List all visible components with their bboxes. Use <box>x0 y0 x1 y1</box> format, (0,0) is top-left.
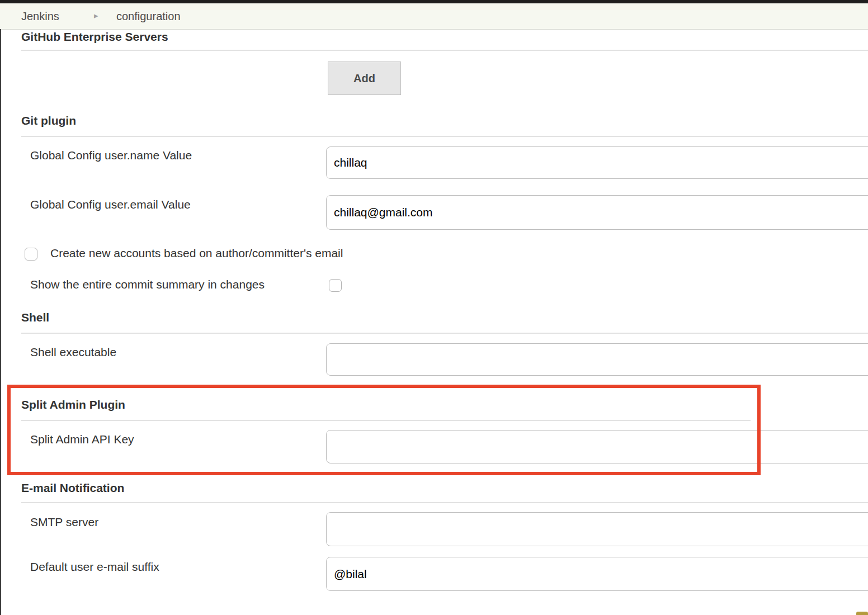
label-smtp-server: SMTP server <box>30 515 98 529</box>
label-shell-executable: Shell executable <box>30 346 116 359</box>
section-title-email-notification: E-mail Notification <box>21 481 124 495</box>
show-commit-summary-checkbox[interactable] <box>329 279 342 292</box>
label-split-admin-api-key: Split Admin API Key <box>30 433 134 446</box>
breadcrumb-item-jenkins[interactable]: Jenkins <box>21 3 59 29</box>
add-github-server-button[interactable]: Add <box>328 62 401 95</box>
smtp-server-input[interactable] <box>326 512 868 546</box>
clipped-gold-icon <box>856 612 868 615</box>
label-show-commit-summary: Show the entire commit summary in change… <box>30 278 265 291</box>
section-divider <box>21 502 868 503</box>
split-admin-api-key-input[interactable] <box>326 430 868 463</box>
section-divider <box>21 333 868 334</box>
section-title-github-enterprise-servers: GitHub Enterprise Servers <box>21 30 168 44</box>
section-divider <box>21 420 751 421</box>
section-divider <box>21 50 868 51</box>
chevron-right-icon: ▸ <box>94 3 98 29</box>
create-accounts-checkbox[interactable] <box>25 248 37 261</box>
label-create-accounts: Create new accounts based on author/comm… <box>50 247 343 260</box>
default-user-email-suffix-input[interactable] <box>326 557 868 591</box>
section-title-split-admin-plugin: Split Admin Plugin <box>21 398 125 411</box>
global-config-user-name-input[interactable] <box>326 146 868 179</box>
label-default-user-email-suffix: Default user e-mail suffix <box>30 560 159 574</box>
breadcrumb: Jenkins ▸ configuration <box>0 3 868 30</box>
label-global-config-user-email: Global Config user.email Value <box>30 198 191 211</box>
window-left-edge <box>0 29 1 615</box>
shell-executable-input[interactable] <box>326 343 868 376</box>
label-global-config-user-name: Global Config user.name Value <box>30 149 192 162</box>
breadcrumb-item-configuration[interactable]: configuration <box>116 3 181 29</box>
section-title-shell: Shell <box>21 311 49 324</box>
jenkins-configuration-page: Jenkins ▸ configuration GitHub Enterpris… <box>0 0 868 615</box>
global-config-user-email-input[interactable] <box>326 195 868 230</box>
section-title-git-plugin: Git plugin <box>21 114 76 127</box>
section-divider <box>21 136 868 137</box>
